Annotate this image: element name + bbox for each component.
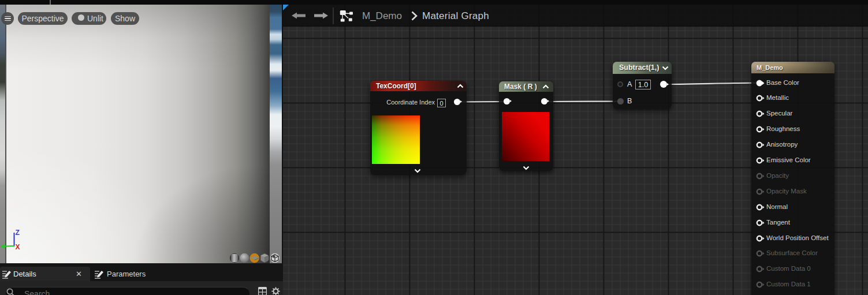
svg-text:Z: Z (16, 229, 20, 237)
svg-text:X: X (16, 243, 20, 251)
